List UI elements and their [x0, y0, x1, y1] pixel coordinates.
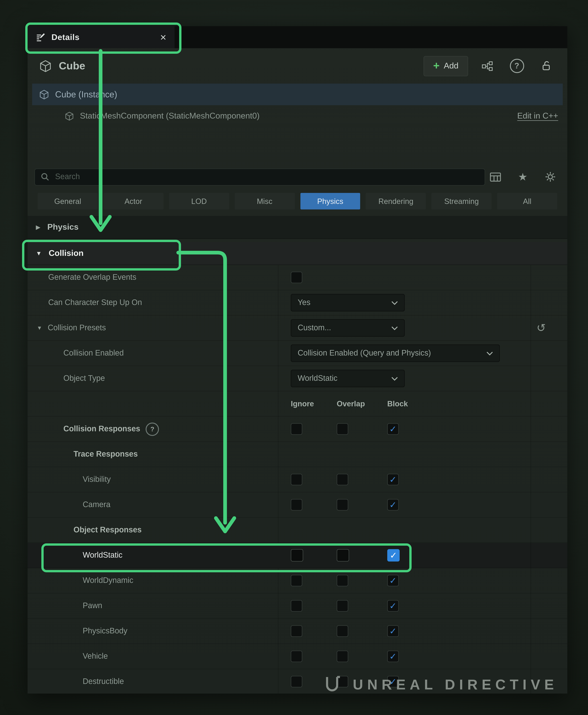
spacer [27, 212, 567, 216]
vehicle-ignore-checkbox[interactable] [291, 651, 302, 662]
tab-all[interactable]: All [497, 193, 557, 209]
screenshot-stage: Details × Cube + Add ? [0, 0, 588, 715]
vehicle-overlap-checkbox[interactable] [337, 651, 348, 662]
search-row: ★ [27, 164, 567, 190]
tab-lod[interactable]: LOD [169, 193, 229, 209]
tab-general[interactable]: General [38, 193, 98, 209]
plus-icon: + [433, 60, 440, 71]
row-matrix-headers: Ignore Overlap Block [27, 391, 567, 417]
component-label: StaticMeshComponent (StaticMeshComponent… [80, 111, 260, 121]
vehicle-block-checkbox[interactable] [387, 651, 399, 662]
responses-ignore-checkbox[interactable] [291, 423, 302, 435]
object-header: Cube + Add ? [27, 48, 567, 84]
worldstatic-overlap-checkbox[interactable] [337, 549, 349, 562]
visibility-ignore-checkbox[interactable] [291, 474, 302, 485]
outliner-row-component[interactable]: StaticMeshComponent (StaticMeshComponent… [27, 105, 567, 127]
lock-button[interactable] [536, 57, 556, 75]
help-button[interactable]: ? [507, 57, 527, 75]
blueprint-icon [481, 61, 493, 71]
physicsbody-block-checkbox[interactable] [387, 626, 399, 637]
pawn-block-checkbox[interactable] [387, 600, 399, 612]
collision-properties: Generate Overlap Events Can Character St… [27, 265, 567, 694]
row-collision-responses: Collision Responses ? [27, 417, 567, 442]
worlddynamic-ignore-checkbox[interactable] [291, 575, 302, 586]
favorites-button[interactable]: ★ [513, 168, 533, 186]
visibility-overlap-checkbox[interactable] [337, 474, 348, 485]
reset-to-default-icon[interactable]: ↺ [537, 322, 546, 334]
edit-in-cpp-link[interactable]: Edit in C++ [517, 111, 558, 121]
row-can-character-step-up: Can Character Step Up On Yes [27, 290, 567, 316]
tab-details[interactable]: Details × [27, 26, 174, 48]
outliner-row-instance[interactable]: Cube (Instance) [32, 84, 563, 105]
chevron-down-icon [486, 351, 493, 355]
display-filter-button[interactable] [485, 168, 505, 186]
row-destructible: Destructible [27, 669, 567, 694]
help-icon: ? [510, 59, 524, 73]
worldstatic-block-checkbox[interactable] [387, 549, 400, 562]
destructible-block-checkbox[interactable] [387, 676, 399, 688]
section-collision[interactable]: ▼ Collision [27, 242, 567, 265]
worlddynamic-overlap-checkbox[interactable] [337, 575, 348, 586]
star-icon: ★ [518, 172, 527, 182]
chevron-down-icon[interactable]: ▼ [37, 325, 42, 331]
header-actions: + Add ? [423, 56, 556, 76]
pawn-overlap-checkbox[interactable] [337, 600, 348, 612]
section-physics[interactable]: ▶ Physics [27, 216, 567, 239]
cube-icon [39, 89, 49, 100]
destructible-ignore-checkbox[interactable] [291, 676, 302, 688]
cube-icon [64, 111, 75, 121]
visibility-block-checkbox[interactable] [387, 474, 399, 485]
search-input[interactable] [54, 172, 479, 182]
table-grid-icon [489, 172, 501, 182]
close-icon[interactable]: × [160, 32, 166, 43]
camera-overlap-checkbox[interactable] [337, 499, 348, 511]
row-generate-overlap-events: Generate Overlap Events [27, 265, 567, 290]
row-pawn: Pawn [27, 593, 567, 619]
row-physicsbody: PhysicsBody [27, 619, 567, 644]
row-visibility: Visibility [27, 467, 567, 492]
responses-overlap-checkbox[interactable] [337, 423, 348, 435]
camera-block-checkbox[interactable] [387, 499, 399, 511]
physicsbody-overlap-checkbox[interactable] [337, 626, 348, 637]
details-panel: Details × Cube + Add ? [27, 26, 567, 694]
blueprint-browse-button[interactable] [477, 57, 498, 75]
help-icon[interactable]: ? [146, 422, 159, 436]
tab-actor[interactable]: Actor [103, 193, 164, 209]
collision-enabled-dropdown[interactable]: Collision Enabled (Query and Physics) [291, 344, 500, 362]
generate-overlap-checkbox[interactable] [291, 272, 302, 283]
row-collision-enabled: Collision Enabled Collision Enabled (Que… [27, 341, 567, 366]
tab-streaming[interactable]: Streaming [432, 193, 492, 209]
row-object-responses-header: Object Responses [27, 518, 567, 543]
row-vehicle: Vehicle [27, 644, 567, 669]
row-worlddynamic: WorldDynamic [27, 568, 567, 593]
collision-presets-dropdown[interactable]: Custom... [291, 319, 405, 337]
details-pen-icon [36, 33, 45, 42]
pawn-ignore-checkbox[interactable] [291, 600, 302, 612]
physicsbody-ignore-checkbox[interactable] [291, 626, 302, 637]
row-worldstatic: WorldStatic [27, 543, 567, 568]
object-type-dropdown[interactable]: WorldStatic [291, 370, 405, 387]
worlddynamic-block-checkbox[interactable] [387, 575, 399, 586]
tab-rendering[interactable]: Rendering [366, 193, 426, 209]
step-up-dropdown[interactable]: Yes [291, 294, 405, 311]
search-box[interactable] [35, 168, 485, 185]
cube-icon [39, 59, 52, 73]
details-tab-label: Details [51, 33, 80, 42]
gear-icon [545, 171, 556, 182]
camera-ignore-checkbox[interactable] [291, 499, 302, 511]
tab-misc[interactable]: Misc [235, 193, 295, 209]
window-tabbar: Details × [27, 26, 567, 48]
unlock-icon [541, 60, 552, 72]
worldstatic-ignore-checkbox[interactable] [291, 549, 303, 562]
row-collision-presets: ▼ Collision Presets Custom... ↺ [27, 316, 567, 341]
add-button[interactable]: + Add [423, 56, 468, 76]
responses-block-checkbox[interactable] [387, 423, 399, 435]
instance-label: Cube (Instance) [55, 89, 117, 100]
settings-button[interactable] [540, 168, 561, 186]
chevron-down-icon [392, 326, 398, 330]
tab-physics[interactable]: Physics [300, 193, 360, 209]
object-title: Cube [59, 60, 85, 72]
filter-tabs: General Actor LOD Misc Physics Rendering… [27, 190, 567, 212]
chevron-down-icon: ▼ [36, 250, 42, 257]
destructible-overlap-checkbox[interactable] [337, 676, 348, 688]
